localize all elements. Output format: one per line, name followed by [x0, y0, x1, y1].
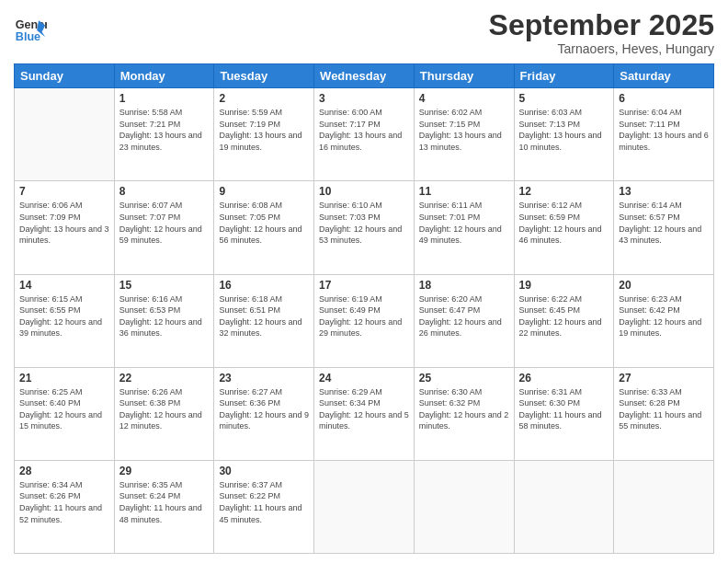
calendar-cell: 1Sunrise: 5:58 AMSunset: 7:21 PMDaylight… — [114, 88, 214, 181]
day-info: Sunrise: 6:12 AMSunset: 6:59 PMDaylight:… — [519, 200, 609, 246]
day-info: Sunrise: 6:34 AMSunset: 6:26 PMDaylight:… — [19, 479, 109, 525]
page: General Blue September 2025 Tarnaoers, H… — [0, 0, 728, 563]
day-info: Sunrise: 6:03 AMSunset: 7:13 PMDaylight:… — [519, 107, 609, 153]
day-info: Sunrise: 6:16 AMSunset: 6:53 PMDaylight:… — [119, 293, 210, 339]
calendar-cell: 22Sunrise: 6:26 AMSunset: 6:38 PMDayligh… — [114, 367, 214, 460]
day-info: Sunrise: 6:30 AMSunset: 6:32 PMDaylight:… — [419, 386, 509, 432]
calendar-cell: 3Sunrise: 6:00 AMSunset: 7:17 PMDaylight… — [314, 88, 415, 181]
day-number: 15 — [119, 279, 210, 292]
day-info: Sunrise: 6:15 AMSunset: 6:55 PMDaylight:… — [19, 293, 109, 339]
day-info: Sunrise: 6:04 AMSunset: 7:11 PMDaylight:… — [619, 107, 709, 153]
title-block: September 2025 Tarnaoers, Heves, Hungary — [489, 9, 714, 56]
logo: General Blue — [14, 14, 47, 47]
day-number: 1 — [119, 92, 210, 105]
day-info: Sunrise: 6:02 AMSunset: 7:15 PMDaylight:… — [419, 107, 509, 153]
calendar-cell: 2Sunrise: 5:59 AMSunset: 7:19 PMDaylight… — [214, 88, 314, 181]
day-info: Sunrise: 6:08 AMSunset: 7:05 PMDaylight:… — [219, 200, 309, 246]
day-info: Sunrise: 6:10 AMSunset: 7:03 PMDaylight:… — [319, 200, 409, 246]
day-info: Sunrise: 6:18 AMSunset: 6:51 PMDaylight:… — [219, 293, 309, 339]
day-number: 4 — [419, 92, 509, 105]
calendar-cell — [15, 88, 115, 181]
day-number: 28 — [19, 465, 109, 477]
calendar-cell: 9Sunrise: 6:08 AMSunset: 7:05 PMDaylight… — [214, 181, 314, 274]
calendar-cell — [314, 460, 415, 553]
day-number: 11 — [419, 185, 509, 198]
day-info: Sunrise: 6:37 AMSunset: 6:22 PMDaylight:… — [219, 479, 309, 525]
day-info: Sunrise: 5:58 AMSunset: 7:21 PMDaylight:… — [119, 107, 210, 153]
day-number: 12 — [519, 185, 609, 198]
calendar-cell: 18Sunrise: 6:20 AMSunset: 6:47 PMDayligh… — [414, 274, 514, 367]
day-info: Sunrise: 6:33 AMSunset: 6:28 PMDaylight:… — [619, 386, 709, 432]
day-number: 30 — [219, 465, 309, 477]
day-number: 2 — [219, 92, 309, 105]
day-header-saturday: Saturday — [614, 64, 714, 88]
calendar-cell: 25Sunrise: 6:30 AMSunset: 6:32 PMDayligh… — [414, 367, 514, 460]
day-number: 29 — [119, 465, 210, 477]
calendar: SundayMondayTuesdayWednesdayThursdayFrid… — [14, 63, 714, 554]
calendar-cell: 13Sunrise: 6:14 AMSunset: 6:57 PMDayligh… — [614, 181, 714, 274]
day-header-friday: Friday — [514, 64, 614, 88]
day-number: 19 — [519, 279, 609, 292]
day-number: 5 — [519, 92, 609, 105]
calendar-cell — [414, 460, 514, 553]
calendar-cell — [514, 460, 614, 553]
day-info: Sunrise: 6:35 AMSunset: 6:24 PMDaylight:… — [119, 479, 210, 525]
calendar-cell: 20Sunrise: 6:23 AMSunset: 6:42 PMDayligh… — [614, 274, 714, 367]
calendar-cell: 23Sunrise: 6:27 AMSunset: 6:36 PMDayligh… — [214, 367, 314, 460]
day-number: 25 — [419, 372, 509, 385]
day-number: 23 — [219, 372, 309, 385]
day-header-tuesday: Tuesday — [214, 64, 314, 88]
day-header-monday: Monday — [114, 64, 214, 88]
calendar-cell: 5Sunrise: 6:03 AMSunset: 7:13 PMDaylight… — [514, 88, 614, 181]
day-info: Sunrise: 6:22 AMSunset: 6:45 PMDaylight:… — [519, 293, 609, 339]
day-number: 6 — [619, 92, 709, 105]
day-number: 10 — [319, 185, 409, 198]
calendar-cell: 19Sunrise: 6:22 AMSunset: 6:45 PMDayligh… — [514, 274, 614, 367]
day-header-thursday: Thursday — [414, 64, 514, 88]
svg-text:Blue: Blue — [16, 30, 40, 43]
calendar-cell: 4Sunrise: 6:02 AMSunset: 7:15 PMDaylight… — [414, 88, 514, 181]
day-number: 14 — [19, 279, 109, 292]
page-title: September 2025 — [489, 9, 714, 41]
calendar-cell: 14Sunrise: 6:15 AMSunset: 6:55 PMDayligh… — [15, 274, 115, 367]
day-number: 16 — [219, 279, 309, 292]
day-number: 20 — [619, 279, 709, 292]
day-info: Sunrise: 6:00 AMSunset: 7:17 PMDaylight:… — [319, 107, 409, 153]
day-info: Sunrise: 6:27 AMSunset: 6:36 PMDaylight:… — [219, 386, 309, 432]
day-number: 24 — [319, 372, 409, 385]
calendar-cell: 27Sunrise: 6:33 AMSunset: 6:28 PMDayligh… — [614, 367, 714, 460]
day-number: 9 — [219, 185, 309, 198]
day-header-sunday: Sunday — [15, 64, 115, 88]
calendar-cell: 21Sunrise: 6:25 AMSunset: 6:40 PMDayligh… — [15, 367, 115, 460]
calendar-cell: 6Sunrise: 6:04 AMSunset: 7:11 PMDaylight… — [614, 88, 714, 181]
day-number: 18 — [419, 279, 509, 292]
day-number: 13 — [619, 185, 709, 198]
day-number: 21 — [19, 372, 109, 385]
day-info: Sunrise: 6:20 AMSunset: 6:47 PMDaylight:… — [419, 293, 509, 339]
day-number: 3 — [319, 92, 409, 105]
day-info: Sunrise: 6:25 AMSunset: 6:40 PMDaylight:… — [19, 386, 109, 432]
day-info: Sunrise: 6:07 AMSunset: 7:07 PMDaylight:… — [119, 200, 210, 246]
day-number: 27 — [619, 372, 709, 385]
day-info: Sunrise: 6:06 AMSunset: 7:09 PMDaylight:… — [19, 200, 109, 246]
calendar-cell: 10Sunrise: 6:10 AMSunset: 7:03 PMDayligh… — [314, 181, 415, 274]
calendar-cell: 16Sunrise: 6:18 AMSunset: 6:51 PMDayligh… — [214, 274, 314, 367]
day-info: Sunrise: 6:14 AMSunset: 6:57 PMDaylight:… — [619, 200, 709, 246]
day-info: Sunrise: 6:31 AMSunset: 6:30 PMDaylight:… — [519, 386, 609, 432]
calendar-cell: 26Sunrise: 6:31 AMSunset: 6:30 PMDayligh… — [514, 367, 614, 460]
calendar-cell — [614, 460, 714, 553]
day-info: Sunrise: 6:23 AMSunset: 6:42 PMDaylight:… — [619, 293, 709, 339]
day-number: 7 — [19, 185, 109, 198]
calendar-cell: 7Sunrise: 6:06 AMSunset: 7:09 PMDaylight… — [15, 181, 115, 274]
calendar-cell: 17Sunrise: 6:19 AMSunset: 6:49 PMDayligh… — [314, 274, 415, 367]
day-number: 17 — [319, 279, 409, 292]
day-info: Sunrise: 6:26 AMSunset: 6:38 PMDaylight:… — [119, 386, 210, 432]
calendar-cell: 30Sunrise: 6:37 AMSunset: 6:22 PMDayligh… — [214, 460, 314, 553]
day-header-wednesday: Wednesday — [314, 64, 415, 88]
day-info: Sunrise: 6:19 AMSunset: 6:49 PMDaylight:… — [319, 293, 409, 339]
subtitle: Tarnaoers, Heves, Hungary — [489, 41, 714, 56]
calendar-cell: 29Sunrise: 6:35 AMSunset: 6:24 PMDayligh… — [114, 460, 214, 553]
day-number: 8 — [119, 185, 210, 198]
calendar-cell: 12Sunrise: 6:12 AMSunset: 6:59 PMDayligh… — [514, 181, 614, 274]
calendar-cell: 8Sunrise: 6:07 AMSunset: 7:07 PMDaylight… — [114, 181, 214, 274]
